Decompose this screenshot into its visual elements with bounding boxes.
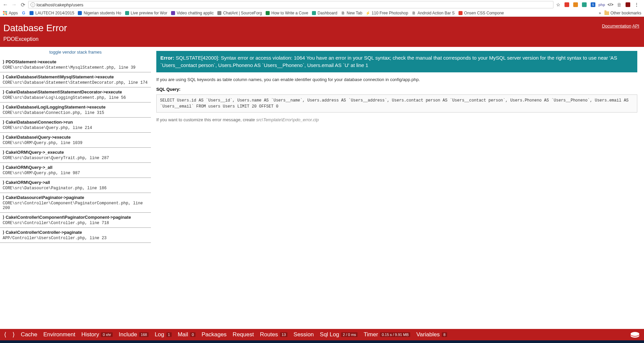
frame-call: ⟩ Cake\Controller\Controller->paginate bbox=[3, 230, 148, 235]
bookmark-item[interactable]: ⚡110 Free Photoshop bbox=[366, 11, 408, 15]
sql-query-label: SQL Query: bbox=[156, 87, 637, 92]
frame-call: ⟩ Cake\Controller\Component\PaginatorCom… bbox=[3, 215, 148, 220]
svg-rect-0 bbox=[3, 11, 4, 12]
bookmark-icon: ⚡ bbox=[366, 11, 370, 15]
ext-icon-7[interactable]: 🗑 bbox=[616, 2, 622, 7]
debug-kit-bar: ⟨ ⟩ Cache Environment History0 xhr Inclu… bbox=[0, 329, 644, 340]
bookmark-icon bbox=[125, 11, 129, 15]
customize-path: src\Template\Error\pdo_error.ctp bbox=[256, 117, 319, 122]
svg-rect-6 bbox=[3, 14, 4, 15]
frame-call: ⟩ Cake\ORM\Query->_execute bbox=[3, 150, 148, 155]
bookmark-item[interactable]: Onsen CSS Compone bbox=[458, 11, 504, 15]
frame-file: CORE\src\ORM\Query.php, line 1039 bbox=[3, 141, 148, 145]
stack-frame[interactable]: ⟩ Cake\ORM\Query->allCORE\src\Datasource… bbox=[0, 178, 151, 193]
bookmark-item[interactable]: Live preview for Wor bbox=[125, 11, 167, 15]
frame-file: CORE\src\Controller\Controller.php, line… bbox=[3, 221, 148, 225]
debug-history[interactable]: History0 xhr bbox=[82, 331, 113, 338]
debug-mail[interactable]: Mail0 bbox=[178, 331, 196, 338]
api-link[interactable]: API bbox=[632, 23, 639, 28]
ext-icon-8[interactable] bbox=[625, 2, 631, 7]
ext-icon-2[interactable] bbox=[573, 2, 578, 7]
frame-call: ⟩ Cake\Database\Statement\MysqlStatement… bbox=[3, 74, 148, 79]
stack-frame[interactable]: ⟩ Cake\Database\Statement\MysqlStatement… bbox=[0, 72, 151, 87]
svg-rect-8 bbox=[6, 14, 7, 15]
toggle-link[interactable]: toggle vendor stack frames bbox=[49, 50, 102, 55]
customize-hint: If you want to customize this error mess… bbox=[156, 117, 637, 122]
stack-frame[interactable]: ⟩ Cake\ORM\Query->_allCORE\src\ORM\Query… bbox=[0, 163, 151, 178]
debug-routes[interactable]: Routes13 bbox=[260, 331, 287, 338]
frame-call: ⟩ Cake\Database\Statement\StatementDecor… bbox=[3, 89, 148, 94]
debug-sqllog[interactable]: Sql Log2 / 0 ms bbox=[320, 331, 358, 338]
stack-frame[interactable]: ⟩ Cake\Database\Log\LoggingStatement->ex… bbox=[0, 102, 151, 118]
browser-chrome: ← → ⟳ i localhost/cakephp/users ☆ S php … bbox=[0, 0, 644, 17]
debug-next[interactable]: ⟩ bbox=[12, 331, 15, 338]
debug-session[interactable]: Session bbox=[293, 331, 314, 338]
ext-icon-1[interactable] bbox=[564, 2, 570, 7]
bookmark-item[interactable]: 🗎Android Action Bar S bbox=[412, 11, 455, 15]
quoting-hint: If you are using SQL keywords as table c… bbox=[156, 77, 637, 82]
bookmark-item[interactable]: Nigerian students Ho bbox=[77, 11, 121, 15]
frame-file: CORE\src\Database\Log\LoggingStatement.p… bbox=[3, 95, 148, 100]
stack-frame[interactable]: ⟩ Cake\Controller\Controller->paginateAP… bbox=[0, 228, 151, 243]
error-header: Database Error PDOException Documentatio… bbox=[0, 17, 644, 47]
frame-file: APP/Controller\UsersController.php, line… bbox=[3, 236, 148, 241]
debug-request[interactable]: Request bbox=[233, 331, 254, 338]
stack-frame[interactable]: ⟩ Cake\Database\Connection->runCORE\src\… bbox=[0, 118, 151, 133]
url-field[interactable]: i localhost/cakephp/users bbox=[28, 1, 553, 8]
sql-query: SELECT Users.id AS `Users__id`, Users.na… bbox=[156, 94, 637, 113]
ext-icon-6[interactable]: </> bbox=[608, 2, 613, 7]
exception-class: PDOException bbox=[3, 36, 641, 42]
frame-file: CORE\src\Controller\Component\PaginatorC… bbox=[3, 201, 148, 210]
debug-prev[interactable]: ⟨ bbox=[4, 331, 6, 338]
documentation-link[interactable]: Documentation bbox=[602, 23, 631, 28]
stack-trace: toggle vendor stack frames ⟩ PDOStatemen… bbox=[0, 47, 151, 333]
stack-frame[interactable]: ⟩ PDOStatement->executeCORE\src\Database… bbox=[0, 57, 151, 72]
google-icon: G bbox=[21, 11, 26, 15]
apps-button[interactable]: Apps bbox=[3, 11, 18, 15]
stack-frame[interactable]: ⟩ Cake\Database\Query->executeCORE\src\O… bbox=[0, 133, 151, 148]
bookmark-item[interactable]: Dashboard bbox=[312, 11, 337, 15]
bookmark-item[interactable]: ChatAnt | SourceForg bbox=[217, 11, 262, 15]
star-icon[interactable]: ☆ bbox=[555, 2, 561, 7]
forward-button[interactable]: → bbox=[11, 1, 17, 8]
bookmark-overflow[interactable]: » bbox=[599, 11, 601, 15]
ext-icon-3[interactable] bbox=[582, 2, 587, 7]
debug-timer[interactable]: Timer0.15 s / 9.91 MB bbox=[364, 331, 410, 338]
svg-rect-5 bbox=[6, 13, 7, 14]
apps-icon bbox=[3, 11, 7, 15]
debug-packages[interactable]: Packages bbox=[202, 331, 227, 338]
toggle-vendor-frames: toggle vendor stack frames bbox=[0, 47, 151, 57]
debug-include[interactable]: Include168 bbox=[119, 331, 149, 338]
frame-file: CORE\src\Database\Statement\MysqlStateme… bbox=[3, 65, 148, 70]
bookmark-icon bbox=[265, 11, 270, 15]
frame-call: ⟩ Cake\ORM\Query->_all bbox=[3, 165, 148, 170]
other-bookmarks[interactable]: Other bookmarks bbox=[604, 11, 641, 15]
stack-frame[interactable]: ⟩ Cake\Controller\Component\PaginatorCom… bbox=[0, 213, 151, 228]
frame-call: ⟩ Cake\ORM\Query->all bbox=[3, 180, 148, 185]
stack-frame[interactable]: ⟩ Cake\ORM\Query->_executeCORE\src\Datas… bbox=[0, 148, 151, 163]
debug-variables[interactable]: Variables8 bbox=[416, 331, 447, 338]
reload-button[interactable]: ⟳ bbox=[19, 1, 26, 8]
header-links: Documentation API bbox=[602, 23, 639, 28]
svg-rect-2 bbox=[6, 11, 7, 12]
stack-frame[interactable]: ⟩ Cake\Datasource\Paginator->paginateCOR… bbox=[0, 193, 151, 213]
bookmark-google[interactable]: G bbox=[21, 11, 26, 15]
bookmark-item[interactable]: 🗎New Tab bbox=[341, 11, 362, 15]
bookmark-item[interactable]: LAUTECH 2014/2015 bbox=[29, 11, 74, 15]
frame-file: CORE\src\Datasource\Paginator.php, line … bbox=[3, 186, 148, 191]
ext-icon-4[interactable]: S bbox=[590, 2, 596, 7]
cakephp-logo-icon[interactable] bbox=[630, 331, 640, 338]
debug-log[interactable]: Log1 bbox=[155, 331, 172, 338]
site-info-icon[interactable]: i bbox=[31, 2, 35, 7]
bookmark-item[interactable]: Video chatting applic bbox=[171, 11, 214, 15]
bookmark-item[interactable]: How to Write a Cove bbox=[265, 11, 308, 15]
debug-cache[interactable]: Cache bbox=[21, 331, 37, 338]
debug-environment[interactable]: Environment bbox=[43, 331, 75, 338]
back-button[interactable]: ← bbox=[2, 1, 9, 8]
ext-icon-5[interactable]: php bbox=[599, 2, 604, 7]
frame-call: ⟩ Cake\Database\Connection->run bbox=[3, 120, 148, 125]
menu-icon[interactable]: ⋮ bbox=[634, 2, 639, 7]
bookmark-icon bbox=[217, 11, 222, 15]
svg-rect-4 bbox=[5, 13, 6, 14]
stack-frame[interactable]: ⟩ Cake\Database\Statement\StatementDecor… bbox=[0, 87, 151, 102]
